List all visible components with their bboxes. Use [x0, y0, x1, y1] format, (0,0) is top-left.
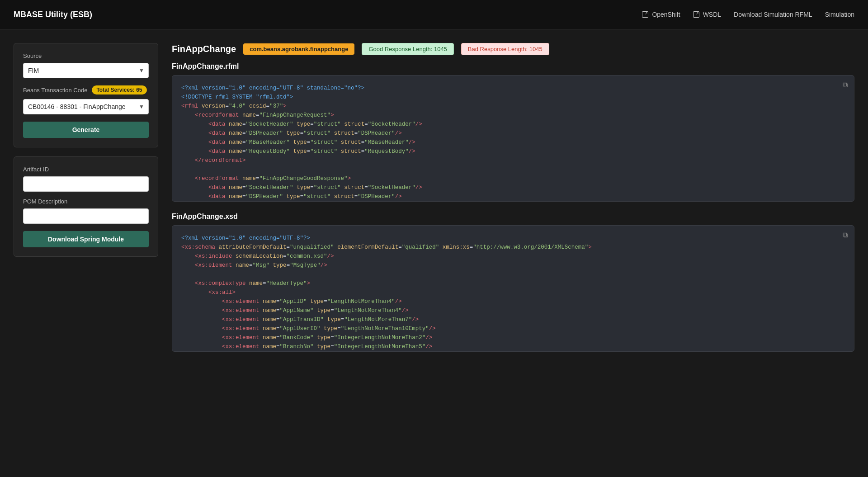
bean-package-badge: com.beans.agrobank.finappchange: [243, 43, 354, 55]
beans-row: Beans Transaction Code Total Services: 6…: [23, 85, 149, 94]
main-nav: OpenShift WSDL Download Simulation RFML …: [642, 11, 854, 18]
rfml-section: FinAppChange.rfml ⧉ <?xml version="1.0" …: [172, 62, 854, 202]
xsd-code-block: ⧉ <?xml version="1.0" encoding="UTF-8"?>…: [172, 225, 854, 352]
xsd-section: FinAppChange.xsd ⧉ <?xml version="1.0" e…: [172, 213, 854, 352]
rfml-code-content: <?xml version="1.0" encoding="UTF-8" sta…: [181, 84, 845, 202]
simulation-link[interactable]: Simulation: [825, 11, 854, 18]
rfml-code-block: ⧉ <?xml version="1.0" encoding="UTF-8" s…: [172, 75, 854, 202]
main-container: Source FIM ▼ Beans Transaction Code Tota…: [0, 29, 868, 477]
xsd-title: FinAppChange.xsd: [172, 213, 854, 221]
source-select[interactable]: FIM: [23, 63, 149, 78]
good-response-badge: Good Response Length: 1045: [362, 43, 453, 55]
artifact-id-input[interactable]: [23, 176, 149, 192]
transaction-select-wrapper: CB00146 - 88301 - FinAppChange ▼: [23, 99, 149, 114]
xsd-code-content: <?xml version="1.0" encoding="UTF-8"?> <…: [181, 234, 845, 352]
generate-button[interactable]: Generate: [23, 122, 149, 138]
sidebar: Source FIM ▼ Beans Transaction Code Tota…: [14, 43, 158, 463]
download-simulation-link[interactable]: Download Simulation RFML: [734, 11, 812, 18]
openshift-link[interactable]: OpenShift: [642, 11, 680, 18]
source-label: Source: [23, 52, 149, 59]
xsd-copy-icon[interactable]: ⧉: [843, 231, 848, 239]
beans-label: Beans Transaction Code: [23, 87, 87, 94]
pom-description-label: POM Description: [23, 198, 149, 205]
app-header: MBASE Utility (ESB) OpenShift WSDL Downl…: [0, 0, 868, 29]
transaction-select[interactable]: CB00146 - 88301 - FinAppChange: [23, 99, 149, 114]
content-area: FinAppChange com.beans.agrobank.finappch…: [172, 43, 854, 463]
fin-app-title: FinAppChange: [172, 44, 236, 54]
app-title: MBASE Utility (ESB): [14, 10, 92, 19]
artifact-card: Artifact ID POM Description Download Spr…: [14, 156, 158, 257]
fin-app-header: FinAppChange com.beans.agrobank.finappch…: [172, 43, 854, 55]
external-link-icon: [642, 11, 648, 18]
rfml-title: FinAppChange.rfml: [172, 62, 854, 71]
rfml-copy-icon[interactable]: ⧉: [843, 81, 848, 89]
download-spring-module-button[interactable]: Download Spring Module: [23, 231, 149, 247]
pom-description-input[interactable]: [23, 208, 149, 224]
wsdl-link[interactable]: WSDL: [693, 11, 721, 18]
artifact-id-label: Artifact ID: [23, 166, 149, 173]
external-link-icon-2: [693, 11, 699, 18]
total-services-badge: Total Services: 65: [92, 85, 146, 94]
source-card: Source FIM ▼ Beans Transaction Code Tota…: [14, 43, 158, 147]
source-select-wrapper: FIM ▼: [23, 63, 149, 78]
bad-response-badge: Bad Response Length: 1045: [461, 43, 549, 55]
